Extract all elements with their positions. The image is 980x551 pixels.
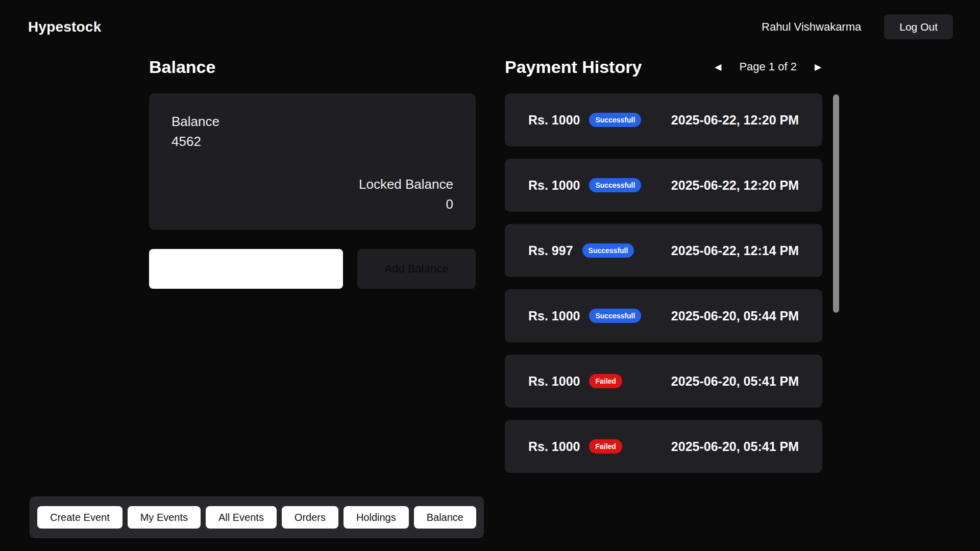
- payment-datetime: 2025-06-22, 12:20 PM: [671, 113, 799, 128]
- payment-datetime: 2025-06-20, 05:41 PM: [671, 374, 799, 389]
- page-indicator: Page 1 of 2: [739, 60, 797, 73]
- balance-heading: Balance: [149, 57, 476, 77]
- payment-row: Rs. 1000 Failed 2025-06-20, 05:41 PM: [505, 420, 822, 473]
- payment-history-section: Payment History ◀ Page 1 of 2 ▶ Rs. 1000…: [505, 57, 822, 473]
- payment-datetime: 2025-06-20, 05:41 PM: [671, 439, 799, 454]
- nav-button-create-event[interactable]: Create Event: [37, 506, 122, 529]
- payment-status-badge: Failed: [589, 374, 622, 388]
- nav-button-all-events[interactable]: All Events: [206, 506, 277, 529]
- payment-history-heading: Payment History: [505, 57, 642, 77]
- payment-amount: Rs. 1000: [528, 113, 580, 128]
- next-page-icon[interactable]: ▶: [814, 62, 822, 72]
- top-bar: Hypestock Rahul Vishwakarma Log Out: [0, 0, 980, 54]
- payment-amount: Rs. 1000: [528, 309, 580, 323]
- balance-card-bottom: Locked Balance 0: [172, 174, 453, 214]
- scrollbar-thumb[interactable]: [833, 94, 839, 313]
- payment-row-left: Rs. 997 Successfull: [528, 243, 634, 258]
- payment-row-left: Rs. 1000 Successfull: [528, 113, 641, 128]
- bottom-nav: Create EventMy EventsAll EventsOrdersHol…: [30, 496, 484, 538]
- payment-row: Rs. 1000 Failed 2025-06-20, 05:41 PM: [505, 355, 822, 408]
- balance-label: Balance: [172, 112, 453, 132]
- payment-datetime: 2025-06-20, 05:44 PM: [671, 309, 799, 323]
- locked-balance-label: Locked Balance: [172, 174, 453, 194]
- balance-amount-input[interactable]: [149, 249, 343, 289]
- payment-row: Rs. 997 Successfull 2025-06-22, 12:14 PM: [505, 224, 822, 277]
- locked-balance-value: 0: [172, 194, 453, 214]
- payment-history-header: Payment History ◀ Page 1 of 2 ▶: [505, 57, 822, 77]
- balance-section: Balance Balance 4562 Locked Balance 0 Ad…: [149, 57, 476, 289]
- payment-amount: Rs. 1000: [528, 178, 580, 193]
- payment-amount: Rs. 1000: [528, 374, 580, 389]
- payment-amount: Rs. 997: [528, 243, 573, 258]
- payment-row-left: Rs. 1000 Failed: [528, 439, 622, 454]
- payment-row: Rs. 1000 Successfull 2025-06-22, 12:20 P…: [505, 93, 822, 146]
- add-balance-row: Add Balance: [149, 249, 476, 289]
- balance-card-top: Balance 4562: [172, 112, 453, 152]
- payment-row-left: Rs. 1000 Successfull: [528, 178, 641, 193]
- nav-button-orders[interactable]: Orders: [282, 506, 338, 529]
- nav-button-my-events[interactable]: My Events: [128, 506, 201, 529]
- payment-status-badge: Successfull: [589, 309, 641, 323]
- payment-status-badge: Successfull: [589, 178, 641, 192]
- payment-row: Rs. 1000 Successfull 2025-06-20, 05:44 P…: [505, 289, 822, 342]
- nav-button-balance[interactable]: Balance: [414, 506, 476, 529]
- payment-amount: Rs. 1000: [528, 439, 580, 454]
- payment-row: Rs. 1000 Successfull 2025-06-22, 12:20 P…: [505, 159, 822, 212]
- payment-row-left: Rs. 1000 Failed: [528, 374, 622, 389]
- balance-value: 4562: [172, 132, 453, 152]
- payment-row-left: Rs. 1000 Successfull: [528, 309, 641, 323]
- nav-button-holdings[interactable]: Holdings: [344, 506, 409, 529]
- payment-status-badge: Successfull: [589, 113, 641, 127]
- pagination: ◀ Page 1 of 2 ▶: [714, 60, 822, 73]
- page: { "app": { "title": "Hypestock" }, "head…: [0, 0, 980, 551]
- payment-datetime: 2025-06-22, 12:20 PM: [671, 178, 799, 193]
- add-balance-button[interactable]: Add Balance: [357, 249, 476, 289]
- balance-card: Balance 4562 Locked Balance 0: [149, 93, 476, 230]
- payments-list: Rs. 1000 Successfull 2025-06-22, 12:20 P…: [505, 93, 822, 473]
- app-logo: Hypestock: [28, 19, 101, 35]
- payment-status-badge: Failed: [589, 439, 622, 454]
- prev-page-icon[interactable]: ◀: [714, 62, 722, 72]
- payment-status-badge: Successfull: [582, 243, 634, 258]
- user-name: Rahul Vishwakarma: [762, 20, 861, 34]
- payment-datetime: 2025-06-22, 12:14 PM: [671, 243, 799, 258]
- logout-button[interactable]: Log Out: [884, 14, 953, 39]
- header-right: Rahul Vishwakarma Log Out: [762, 14, 953, 39]
